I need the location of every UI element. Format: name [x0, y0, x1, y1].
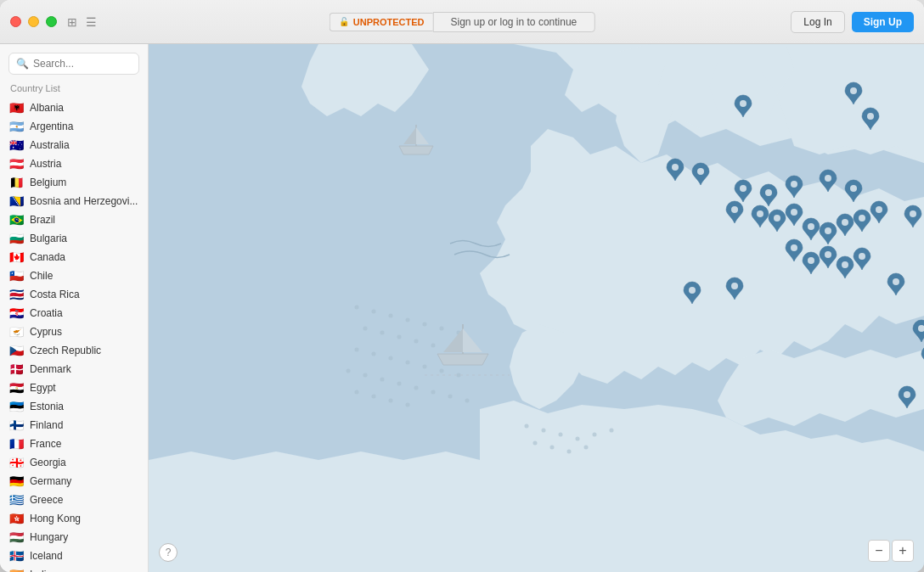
menu-icon[interactable]: ☰ — [86, 15, 97, 29]
country-flag: 🇦🇱 — [8, 103, 24, 113]
search-icon: 🔍 — [16, 58, 29, 70]
list-item[interactable]: 🇨🇱Chile — [0, 266, 148, 285]
list-item[interactable]: 🇦🇹Austria — [0, 154, 148, 173]
svg-point-4 — [406, 318, 410, 322]
list-item[interactable]: 🇮🇳India — [0, 565, 148, 572]
list-item[interactable]: 🇧🇪Belgium — [0, 173, 148, 192]
country-flag: 🇦🇹 — [8, 159, 24, 169]
status-message: Sign up or log in to continue — [432, 12, 594, 32]
maximize-button[interactable] — [46, 16, 57, 27]
sidebar-toggle-icon[interactable]: ⊞ — [67, 15, 77, 29]
svg-point-31 — [389, 399, 393, 403]
help-button[interactable]: ? — [159, 543, 177, 562]
zoom-out-button[interactable]: − — [868, 540, 890, 562]
zoom-in-button[interactable]: + — [892, 540, 914, 562]
country-flag: 🇦🇷 — [8, 121, 24, 132]
country-flag: 🇦🇺 — [8, 140, 24, 150]
country-flag: 🇫🇮 — [8, 420, 24, 430]
status-badge: 🔓 UNPROTECTED — [330, 13, 433, 31]
svg-point-66 — [791, 244, 797, 251]
svg-point-55 — [850, 185, 857, 192]
country-flag: 🇩🇰 — [8, 364, 24, 374]
main-content: 🔍 Country List 🇦🇱Albania🇦🇷Argentina🇦🇺Aus… — [0, 44, 924, 572]
svg-point-41 — [567, 450, 572, 454]
svg-point-18 — [423, 365, 427, 369]
svg-point-36 — [576, 437, 580, 441]
svg-point-40 — [550, 446, 555, 450]
country-name: Croatia — [30, 307, 63, 319]
minimize-button[interactable] — [28, 16, 39, 27]
search-box[interactable]: 🔍 — [8, 53, 139, 75]
list-item[interactable]: 🇩🇰Denmark — [0, 360, 148, 379]
list-item[interactable]: 🇨🇿Czech Republic — [0, 341, 148, 360]
list-item[interactable]: 🇫🇮Finland — [0, 416, 148, 435]
country-name: Iceland — [30, 550, 63, 562]
list-item[interactable]: 🇭🇰Hong Kong — [0, 509, 148, 528]
list-item[interactable]: 🇧🇬Bulgaria — [0, 229, 148, 248]
list-item[interactable]: 🇮🇸Iceland — [0, 547, 148, 565]
svg-point-46 — [740, 100, 747, 107]
country-name: Canada — [30, 251, 65, 263]
svg-point-69 — [842, 261, 848, 268]
list-item[interactable]: 🇭🇷Croatia — [0, 304, 148, 322]
titlebar: ⊞ ☰ 🔓 UNPROTECTED Sign up or log in to c… — [0, 0, 924, 44]
svg-point-23 — [380, 378, 385, 382]
list-item[interactable]: 🇧🇦Bosnia and Herzegovi... — [0, 192, 148, 210]
svg-point-68 — [825, 251, 831, 258]
list-item[interactable]: 🇨🇾Cyprus — [0, 322, 148, 341]
svg-point-67 — [808, 257, 814, 264]
country-flag: 🇨🇾 — [8, 327, 24, 337]
svg-point-17 — [406, 361, 410, 365]
svg-point-33 — [525, 424, 529, 429]
country-flag: 🇭🇺 — [8, 532, 24, 542]
svg-point-49 — [672, 164, 679, 171]
country-name: Egypt — [30, 382, 56, 394]
svg-point-3 — [389, 314, 393, 318]
country-flag: 🇬🇷 — [8, 495, 24, 505]
country-name: Denmark — [30, 363, 71, 375]
svg-point-2 — [372, 310, 376, 314]
list-item[interactable]: 🇧🇷Brazil — [0, 210, 148, 229]
svg-point-58 — [774, 215, 780, 222]
login-button[interactable]: Log In — [791, 11, 844, 33]
list-item[interactable]: 🇦🇷Argentina — [0, 117, 148, 136]
country-name: Georgia — [30, 457, 66, 468]
svg-point-34 — [542, 429, 546, 433]
list-item[interactable]: 🇨🇷Costa Rica — [0, 285, 148, 304]
close-button[interactable] — [10, 16, 21, 27]
list-item[interactable]: 🇫🇷France — [0, 435, 148, 453]
svg-point-61 — [825, 227, 831, 234]
country-name: Finland — [30, 419, 63, 431]
list-item[interactable]: 🇬🇪Georgia — [0, 453, 148, 472]
titlebar-buttons: Log In Sign Up — [791, 11, 914, 33]
svg-point-57 — [757, 210, 763, 217]
list-item[interactable]: 🇪🇬Egypt — [0, 379, 148, 397]
country-name: Cyprus — [30, 326, 62, 338]
svg-point-39 — [533, 441, 538, 446]
search-input[interactable] — [33, 58, 132, 70]
country-list: 🇦🇱Albania🇦🇷Argentina🇦🇺Australia🇦🇹Austria… — [0, 98, 148, 572]
list-item[interactable]: 🇩🇪Germany — [0, 472, 148, 491]
country-flag: 🇨🇷 — [8, 289, 24, 300]
signup-button[interactable]: Sign Up — [852, 12, 914, 32]
list-item[interactable]: 🇦🇱Albania — [0, 98, 148, 117]
country-flag: 🇪🇬 — [8, 383, 24, 393]
svg-point-16 — [389, 356, 393, 361]
svg-point-1 — [355, 306, 359, 310]
traffic-lights — [10, 16, 57, 27]
svg-point-50 — [697, 168, 704, 175]
list-item[interactable]: 🇨🇦Canada — [0, 248, 148, 266]
svg-point-48 — [867, 113, 874, 120]
svg-point-72 — [689, 287, 696, 294]
country-name: Belgium — [30, 177, 66, 188]
list-item[interactable]: 🇬🇷Greece — [0, 491, 148, 509]
svg-point-28 — [465, 399, 470, 403]
country-name: Hong Kong — [30, 513, 81, 524]
svg-point-47 — [850, 87, 857, 94]
list-item[interactable]: 🇭🇺Hungary — [0, 528, 148, 547]
titlebar-center: 🔓 UNPROTECTED Sign up or log in to conti… — [330, 12, 595, 32]
country-name: India — [30, 569, 52, 572]
list-item[interactable]: 🇪🇪Estonia — [0, 397, 148, 416]
svg-point-12 — [431, 344, 436, 348]
list-item[interactable]: 🇦🇺Australia — [0, 136, 148, 154]
